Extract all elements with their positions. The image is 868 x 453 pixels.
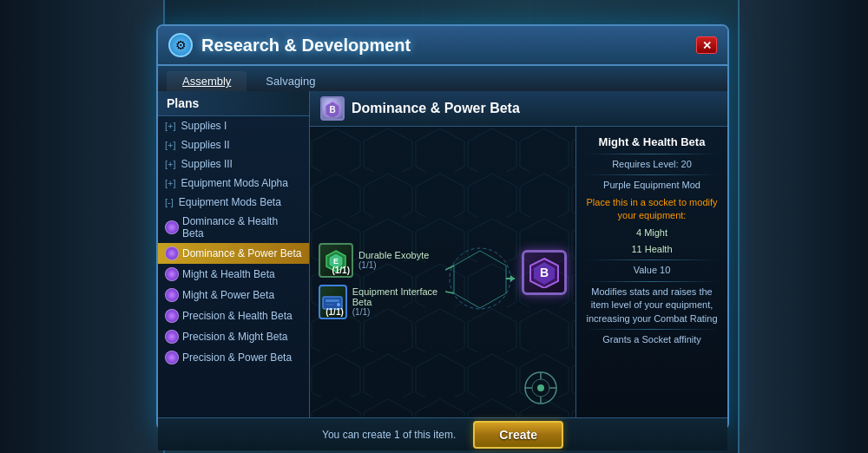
svg-rect-6 — [326, 299, 339, 302]
expand-icon-supplies1: [+] — [165, 121, 176, 131]
plan-group-label-equip-beta: Equipment Mods Beta — [179, 196, 281, 208]
plan-label-prec-health: Precision & Health Beta — [182, 310, 293, 322]
detail-title: Dominance & Power Beta — [352, 101, 520, 116]
stat-requires: Requires Level: 20 — [585, 158, 719, 171]
plan-item-dom-power[interactable]: Dominance & Power Beta — [158, 243, 309, 264]
plan-icon-might-health — [165, 267, 179, 281]
separator-1 — [585, 154, 719, 154]
plan-label-prec-might: Precision & Might Beta — [182, 331, 287, 343]
stat-val1: 4 Might — [585, 226, 719, 240]
title-bar: ⚙ Research & Development ✕ — [158, 26, 727, 66]
stat-socket: Grants a Socket affinity — [585, 333, 719, 346]
plan-item-dom-health[interactable]: Dominance & Health Beta — [158, 212, 309, 243]
tab-salvaging[interactable]: Salvaging — [250, 71, 331, 91]
plan-label-might-power: Might & Power Beta — [182, 289, 274, 301]
expand-icon-equip-beta: [-] — [165, 197, 174, 207]
create-button[interactable]: Create — [473, 421, 563, 449]
detail-icon: B — [320, 96, 345, 121]
bottom-info: You can create 1 of this item. — [322, 429, 456, 441]
plan-group-label-supplies1: Supplies I — [181, 120, 227, 132]
detail-panel: B Dominance & Power Beta — [310, 91, 727, 417]
plan-label-prec-power: Precision & Power Beta — [182, 351, 292, 364]
plan-group-label-supplies2: Supplies II — [181, 139, 230, 151]
main-window: ⚙ Research & Development ✕ Assembly Salv… — [156, 24, 729, 430]
tabs-bar: Assembly Salvaging — [158, 66, 727, 91]
window-title: Research & Development — [201, 36, 696, 56]
plan-icon-prec-might — [165, 330, 179, 344]
left-decoration — [0, 0, 165, 453]
right-decoration — [738, 0, 868, 453]
svg-point-8 — [337, 303, 340, 306]
separator-2 — [585, 174, 719, 175]
separator-4 — [585, 281, 719, 282]
plan-item-might-health[interactable]: Might & Health Beta — [158, 264, 309, 285]
bottom-bar: You can create 1 of this item. Create — [158, 417, 727, 450]
svg-text:B: B — [329, 105, 335, 115]
plan-item-prec-power[interactable]: Precision & Power Beta — [158, 347, 309, 368]
crafting-area: E (1/1) Durable Exobyte (1/1) — [310, 127, 575, 417]
window-icon: ⚙ — [168, 33, 193, 57]
ingredient-qty-1: (1/1) — [332, 266, 350, 275]
plan-group-label-equip-alpha: Equipment Mods Alpha — [181, 177, 288, 189]
stat-description: Place this in a socket to modify your eq… — [585, 196, 719, 223]
plan-group-equip-beta[interactable]: [-] Equipment Mods Beta — [158, 193, 309, 212]
ingredient-icon-1: E (1/1) — [319, 243, 353, 278]
separator-3 — [585, 259, 719, 260]
plan-icon-dom-health — [165, 220, 179, 234]
svg-rect-7 — [326, 304, 334, 305]
stat-modifies: Modifies stats and raises the item level… — [585, 286, 719, 325]
stat-rarity: Purple Equipment Mod — [585, 179, 719, 192]
plan-group-supplies1[interactable]: [+] Supplies I — [158, 116, 309, 135]
stat-val2: 11 Health — [585, 243, 719, 256]
plan-icon-might-power — [165, 288, 179, 302]
plan-group-supplies3[interactable]: [+] Supplies III — [158, 154, 309, 174]
plan-label-dom-health: Dominance & Health Beta — [182, 215, 302, 240]
craft-tool — [523, 371, 558, 409]
separator-5 — [585, 329, 719, 330]
stat-value: Value 10 — [585, 264, 719, 277]
plan-group-equip-alpha[interactable]: [+] Equipment Mods Alpha — [158, 174, 309, 193]
expand-icon-equip-alpha: [+] — [165, 178, 176, 188]
plans-panel: Plans [+] Supplies I [+] Supplies II [+]… — [158, 91, 310, 417]
plan-icon-prec-health — [165, 309, 179, 323]
expand-icon-supplies3: [+] — [165, 159, 176, 169]
ingredient-qty-2: (1/1) — [326, 307, 344, 317]
crafting-body: E (1/1) Durable Exobyte (1/1) — [310, 127, 727, 417]
svg-point-20 — [537, 384, 544, 391]
plan-group-label-supplies3: Supplies III — [181, 158, 233, 170]
detail-header: B Dominance & Power Beta — [310, 91, 727, 127]
ingredient-icon-2: (1/1) — [319, 285, 347, 319]
expand-icon-supplies2: [+] — [165, 140, 176, 150]
plan-icon-prec-power — [165, 351, 179, 364]
plan-label-dom-power: Dominance & Power Beta — [182, 247, 301, 259]
content-area: Plans [+] Supplies I [+] Supplies II [+]… — [158, 91, 727, 417]
close-button[interactable]: ✕ — [696, 36, 717, 54]
plan-group-supplies2[interactable]: [+] Supplies II — [158, 135, 309, 154]
plan-item-prec-health[interactable]: Precision & Health Beta — [158, 305, 309, 326]
plan-label-might-health: Might & Health Beta — [182, 268, 275, 280]
stats-panel: Might & Health Beta Requires Level: 20 P… — [575, 127, 727, 417]
tab-assembly[interactable]: Assembly — [167, 71, 247, 91]
svg-text:E: E — [333, 257, 339, 266]
plan-icon-dom-power — [165, 246, 179, 260]
plans-header: Plans — [158, 91, 309, 116]
plan-item-prec-might[interactable]: Precision & Might Beta — [158, 326, 309, 347]
plan-item-might-power[interactable]: Might & Power Beta — [158, 285, 309, 305]
stat-item-name: Might & Health Beta — [585, 135, 719, 148]
